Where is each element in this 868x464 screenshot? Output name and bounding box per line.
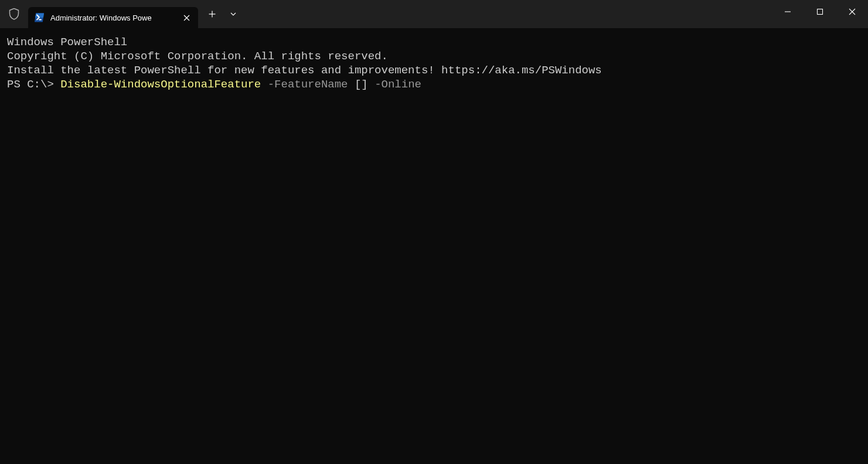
terminal-line: Windows PowerShell xyxy=(7,35,861,49)
cmdlet: Disable-WindowsOptionalFeature xyxy=(60,78,261,91)
close-window-button[interactable] xyxy=(836,0,868,23)
minimize-icon xyxy=(784,8,791,15)
terminal-line: Install the latest PowerShell for new fe… xyxy=(7,63,861,77)
tab-title: Administrator: Windows Powe xyxy=(50,13,176,22)
window-controls xyxy=(771,0,868,23)
chevron-down-icon xyxy=(230,11,237,18)
svg-rect-6 xyxy=(817,9,822,15)
powershell-icon xyxy=(34,12,45,23)
tab-close-button[interactable] xyxy=(181,12,192,23)
argument: [] xyxy=(348,78,368,91)
tab-dropdown-button[interactable] xyxy=(223,4,244,25)
parameter: -Online xyxy=(368,78,421,91)
terminal-line: Copyright (C) Microsoft Corporation. All… xyxy=(7,49,861,63)
prompt: PS C:\> xyxy=(7,78,60,91)
close-icon xyxy=(183,15,190,21)
tab-powershell[interactable]: Administrator: Windows Powe xyxy=(28,7,198,28)
terminal-content[interactable]: Windows PowerShellCopyright (C) Microsof… xyxy=(0,28,868,464)
terminal-prompt-line: PS C:\> Disable-WindowsOptionalFeature -… xyxy=(7,77,861,92)
maximize-button[interactable] xyxy=(804,0,836,23)
new-tab-button[interactable] xyxy=(202,4,223,25)
shield-icon xyxy=(0,0,28,28)
maximize-icon xyxy=(816,8,823,15)
window-titlebar: Administrator: Windows Powe xyxy=(0,0,868,28)
titlebar-actions xyxy=(202,0,244,28)
plus-icon xyxy=(209,11,216,18)
minimize-button[interactable] xyxy=(771,0,804,23)
close-icon xyxy=(849,8,856,15)
parameter: -FeatureName xyxy=(261,78,348,91)
